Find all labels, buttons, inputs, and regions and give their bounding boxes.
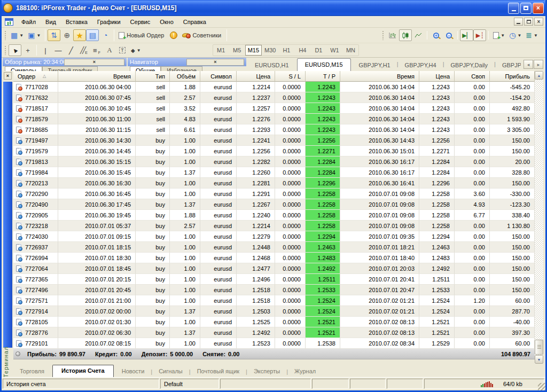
menu-item[interactable]: Справка [178,17,211,27]
timeframe-button[interactable]: H1 [278,45,294,56]
timeframe-button[interactable]: D1 [310,45,326,56]
horizontal-line-button[interactable]: — [52,44,65,56]
strategy-tester-button[interactable]: ◔ [99,29,112,41]
terminal-tab[interactable]: Торговля [13,366,51,377]
titlebar[interactable]: 188100: iPForex Trader - Демо Счет - [EU… [0,0,547,16]
order-row[interactable]: 77170282010.06.30 04:00sell1.88eurusd1.2… [13,82,535,92]
terminal-tab[interactable]: Новости [115,366,151,377]
order-row[interactable]: 77269942010.07.01 18:30buy1.00eurusd1.24… [13,253,535,263]
terminal-button[interactable]: ▤ [86,29,99,41]
tabs-scroll-right-icon[interactable]: ▸ [534,60,543,69]
cursor-button[interactable]: ▲ [9,44,21,56]
chart-shift-button[interactable]: ▶┆ [473,29,486,41]
text-button[interactable]: A [103,44,116,56]
data-window-button[interactable]: ⊕ [60,29,73,41]
channel-button[interactable]: ╱E [77,44,90,56]
fibonacci-button[interactable]: ≡F [90,44,103,56]
terminal-drag-strip[interactable] [3,82,12,348]
crosshair-button[interactable]: + [21,44,34,56]
alerts-button[interactable]: ! [167,29,180,41]
vertical-line-button[interactable]: | [39,44,52,56]
order-row[interactable]: 77291012010.07.02 08:15buy1.00eurusd1.25… [13,338,535,349]
column-header[interactable]: Своп [455,71,490,82]
order-row[interactable]: 77240302010.07.01 09:15buy1.00eurusd1.22… [13,231,535,242]
table-scrollbar[interactable]: ▲ ▼ [535,71,543,364]
order-row[interactable]: 77185792010.06.30 11:00sell4.83eurusd1.2… [13,114,535,124]
column-header[interactable]: Объём [170,71,200,82]
column-header[interactable]: S / L [275,71,306,82]
bar-chart-button[interactable] [386,29,399,41]
mdi-close-button[interactable]: × [534,18,543,26]
order-row[interactable]: 77273652010.07.01 20:15buy1.00eurusd1.24… [13,274,535,285]
auto-scroll-button[interactable]: ▶▏ [460,29,473,41]
menu-item[interactable]: Сервис [126,17,155,27]
order-row[interactable]: 77198132010.06.30 15:15buy1.00eurusd1.22… [13,156,535,167]
toolbar-grip[interactable] [4,45,7,55]
scroll-up-icon[interactable]: ▲ [535,71,543,80]
column-header[interactable]: Прибыль [490,71,535,82]
terminal-tab[interactable]: Почтовый ящик [191,366,246,377]
column-header[interactable]: Тип [136,71,170,82]
expert-advisors-button[interactable]: Советники [180,29,224,41]
order-row[interactable]: 77185172010.06.30 10:45sell3.52eurusd1.2… [13,103,535,114]
arrows-button[interactable]: ◆▼ [129,44,143,56]
zoom-in-button[interactable]: + [429,29,442,41]
status-profile[interactable]: Default [160,379,219,389]
chart-tab[interactable]: EURUSD,M15 [297,58,351,71]
navigator-button[interactable]: ★ [73,29,86,41]
order-row[interactable]: 77287762010.07.02 06:30buy1.37eurusd1.24… [13,327,535,338]
terminal-tab[interactable]: Сигналы [152,366,189,377]
order-row[interactable]: 77186852010.06.30 11:15sell6.61eurusd1.2… [13,124,535,135]
order-row[interactable]: 77275712010.07.01 21:00buy1.00eurusd1.25… [13,295,535,306]
order-row[interactable]: 77202902010.06.30 16:45buy1.00eurusd1.22… [13,189,535,199]
menu-item[interactable]: Графики [92,17,126,27]
tabs-scroll-left-icon[interactable]: ◂ [523,60,533,69]
order-row[interactable]: 77194972010.06.30 14:30buy1.00eurusd1.22… [13,135,535,146]
order-row[interactable]: 77274962010.07.01 20:45buy1.00eurusd1.25… [13,285,535,295]
terminal-tab[interactable]: История Счета [52,365,114,377]
market-watch-caption[interactable]: Обзор рынка: 20:34:06 × [3,58,127,66]
order-row[interactable]: 77202132010.06.30 16:30buy1.00eurusd1.22… [13,178,535,189]
chart-tab[interactable]: GBPJPY,Weekly [496,60,521,71]
timeframe-button[interactable]: MN [342,45,358,56]
line-chart-button[interactable] [412,29,425,41]
order-row[interactable]: 77199842010.06.30 15:45buy1.37eurusd1.22… [13,167,535,178]
close-button[interactable]: × [533,3,544,14]
templates-button[interactable]: ≣▼ [523,29,540,41]
panel-tab[interactable]: Общие [130,66,161,71]
new-chart-button[interactable]: ▦▼ [9,29,26,41]
timeframe-button[interactable]: M30 [262,45,278,56]
order-row[interactable]: 77269372010.07.01 18:15buy1.00eurusd1.24… [13,242,535,253]
chart-tab[interactable]: GBPJPY,Daily [444,60,495,71]
profiles-button[interactable]: ▣▼ [26,29,43,41]
text-label-button[interactable]: T [116,44,129,56]
panel-tab[interactable]: Избранное [161,66,202,71]
market-watch-button[interactable]: ⇅ [48,29,60,41]
column-header[interactable]: Цена [419,71,455,82]
maximize-button[interactable] [520,3,532,14]
timeframe-button[interactable]: M15 [245,45,262,56]
toolbar-grip[interactable] [4,30,7,40]
scroll-thumb[interactable] [535,340,543,355]
scroll-down-icon[interactable]: ▼ [535,355,543,364]
order-row[interactable]: 77209052010.06.30 19:45buy1.88eurusd1.22… [13,210,535,221]
toolbar-grip[interactable] [382,30,385,40]
column-header[interactable]: Время [340,71,419,82]
navigator-close-icon[interactable]: × [186,59,244,66]
mdi-restore-button[interactable] [524,18,533,26]
chart-window-icon[interactable] [5,18,13,26]
indicators-button[interactable]: +▼ [491,29,507,41]
column-header[interactable]: Цена [237,71,275,82]
minimize-button[interactable] [508,3,519,14]
order-row[interactable]: 77232182010.07.01 05:37buy2.57eurusd1.22… [13,221,535,231]
order-row[interactable]: 77281052010.07.02 01:30buy1.00eurusd1.25… [13,317,535,327]
chart-tab[interactable]: EURUSD,H1 [248,60,295,71]
market-watch-close-icon[interactable]: × [64,59,124,66]
order-row[interactable]: 77279142010.07.02 00:00buy1.37eurusd1.25… [13,306,535,317]
column-header[interactable]: T / P [306,71,340,82]
timeframe-button[interactable]: H4 [294,45,310,56]
chart-tab[interactable]: GBPJPY,H4 [398,60,443,71]
column-header[interactable]: Символ [200,71,237,82]
trendline-button[interactable]: ╱ [65,44,77,56]
column-header[interactable]: Время [58,71,136,82]
